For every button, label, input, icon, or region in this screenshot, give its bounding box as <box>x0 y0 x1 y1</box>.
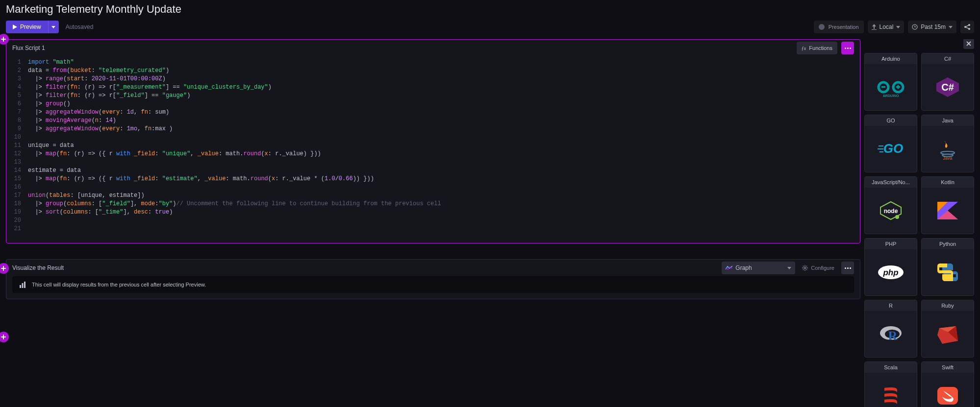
language-tile-label: Arduino <box>865 53 917 64</box>
language-tile-php[interactable]: PHP <box>864 238 917 296</box>
location-value: Local <box>879 24 894 30</box>
time-range-value: Past 15m <box>921 24 946 30</box>
line-number: 1 <box>6 58 28 67</box>
kebab-icon <box>845 48 851 49</box>
language-tile-csharp[interactable]: C# <box>921 53 974 111</box>
code-line: 10 <box>6 133 860 142</box>
code-content: |> group() <box>28 100 70 108</box>
line-number: 15 <box>6 175 28 183</box>
line-number: 18 <box>6 200 28 208</box>
kotlin-icon <box>922 188 974 234</box>
chevron-down-icon <box>51 26 55 28</box>
code-line: 16 <box>6 183 860 192</box>
ruby-icon <box>922 311 974 357</box>
node-icon <box>865 188 917 234</box>
svg-point-4 <box>804 267 806 269</box>
line-number: 19 <box>6 208 28 216</box>
language-grid: ArduinoC#GOJavaJavaScript/No...KotlinPHP… <box>864 53 974 407</box>
autosaved-label: Autosaved <box>66 24 94 30</box>
code-content: union(tables: [unique, estimate]) <box>28 192 145 200</box>
language-tile-java[interactable]: Java <box>921 115 974 172</box>
language-tile-scala[interactable]: Scala <box>864 361 917 407</box>
preview-button[interactable]: Preview <box>6 21 48 33</box>
line-number: 9 <box>6 125 28 133</box>
presentation-toggle[interactable]: Presentation <box>814 21 864 33</box>
code-line: 13 <box>6 158 860 167</box>
language-tile-label: JavaScript/No... <box>865 177 917 188</box>
go-icon <box>865 126 917 172</box>
play-icon <box>13 24 17 29</box>
visualization-type-select[interactable]: Graph <box>722 262 795 274</box>
code-content: |> aggregateWindow(every: 1d, fn: sum) <box>28 108 169 117</box>
line-number: 10 <box>6 133 28 142</box>
language-tile-python[interactable]: Python <box>921 238 974 296</box>
line-number: 20 <box>6 216 28 225</box>
toggle-dot-icon <box>819 24 825 30</box>
code-content: |> map(fn: (r) => ({ r with _field: "uni… <box>28 150 321 158</box>
bar-chart-icon <box>19 281 26 288</box>
gear-icon <box>802 265 808 271</box>
location-select[interactable]: Local <box>868 21 905 33</box>
cell-menu-button[interactable] <box>841 42 854 54</box>
language-tile-ruby[interactable]: Ruby <box>921 300 974 358</box>
language-tile-go[interactable]: GO <box>864 115 917 172</box>
code-cell: Flux Script 1 ƒx Functions 1import "math… <box>6 39 860 243</box>
code-line: 14estimate = data <box>6 167 860 175</box>
svg-rect-7 <box>24 282 25 288</box>
scala-icon <box>865 373 917 407</box>
graph-icon <box>726 265 732 270</box>
code-content: unique = data <box>28 142 74 150</box>
code-line: 19 |> sort(columns: ["_time"], desc: tru… <box>6 208 860 216</box>
code-line: 20 <box>6 216 860 225</box>
code-line: 8 |> movingAverage(n: 14) <box>6 117 860 125</box>
code-line: 6 |> group() <box>6 100 860 108</box>
code-editor[interactable]: 1import "math"2data = from(bucket: "tele… <box>6 56 860 243</box>
language-tile-label: C# <box>922 53 974 64</box>
function-icon: ƒx <box>802 46 806 51</box>
line-number: 8 <box>6 117 28 125</box>
language-tile-label: PHP <box>865 239 917 249</box>
code-line: 1import "math" <box>6 58 860 67</box>
language-tile-label: Java <box>922 115 974 126</box>
line-number: 12 <box>6 150 28 158</box>
empty-visualization-text: This cell will display results from the … <box>32 282 206 287</box>
code-content <box>28 216 31 225</box>
code-line: 7 |> aggregateWindow(every: 1d, fn: sum) <box>6 108 860 117</box>
code-content <box>28 158 31 167</box>
code-line: 3 |> range(start: 2020-11-01T00:00:00Z) <box>6 75 860 83</box>
line-number: 5 <box>6 92 28 100</box>
clock-icon <box>912 24 918 30</box>
close-sidebar-button[interactable] <box>963 39 974 49</box>
preview-button-label: Preview <box>20 24 41 30</box>
time-range-select[interactable]: Past 15m <box>908 21 956 33</box>
configure-button[interactable]: Configure <box>799 265 837 271</box>
code-line: 4 |> filter(fn: (r) => r["_measurement"]… <box>6 83 860 92</box>
language-tile-r[interactable]: R <box>864 300 917 358</box>
share-button[interactable] <box>960 21 974 33</box>
language-tile-label: GO <box>865 115 917 126</box>
language-tile-arduino[interactable]: Arduino <box>864 53 917 111</box>
code-content: estimate = data <box>28 167 81 175</box>
language-tile-node[interactable]: JavaScript/No... <box>864 176 917 234</box>
line-number: 4 <box>6 83 28 92</box>
swift-icon <box>922 373 974 407</box>
code-content: |> sort(columns: ["_time"], desc: true) <box>28 208 173 216</box>
add-cell-button[interactable] <box>0 332 9 342</box>
code-line: 15 |> map(fn: (r) => ({ r with _field: "… <box>6 175 860 183</box>
arduino-icon <box>865 64 917 110</box>
functions-button[interactable]: ƒx Functions <box>797 42 837 54</box>
code-content <box>28 133 31 142</box>
page-title: Marketing Telemetry Monthly Update <box>0 0 980 21</box>
cell-title: Visualize the Result <box>12 264 64 271</box>
code-content: import "math" <box>28 58 74 67</box>
cell-menu-button[interactable] <box>841 262 854 274</box>
chevron-down-icon <box>787 267 791 269</box>
code-line: 18 |> group(columns: ["_field"], mode:"b… <box>6 200 860 208</box>
language-tile-swift[interactable]: Swift <box>921 361 974 407</box>
chevron-down-icon <box>896 26 900 28</box>
language-tile-kotlin[interactable]: Kotlin <box>921 176 974 234</box>
code-content: |> filter(fn: (r) => r["_measurement"] =… <box>28 83 272 92</box>
preview-dropdown-button[interactable] <box>48 21 59 33</box>
code-content <box>28 183 31 192</box>
code-line: 5 |> filter(fn: (r) => r["_field"] == "g… <box>6 92 860 100</box>
